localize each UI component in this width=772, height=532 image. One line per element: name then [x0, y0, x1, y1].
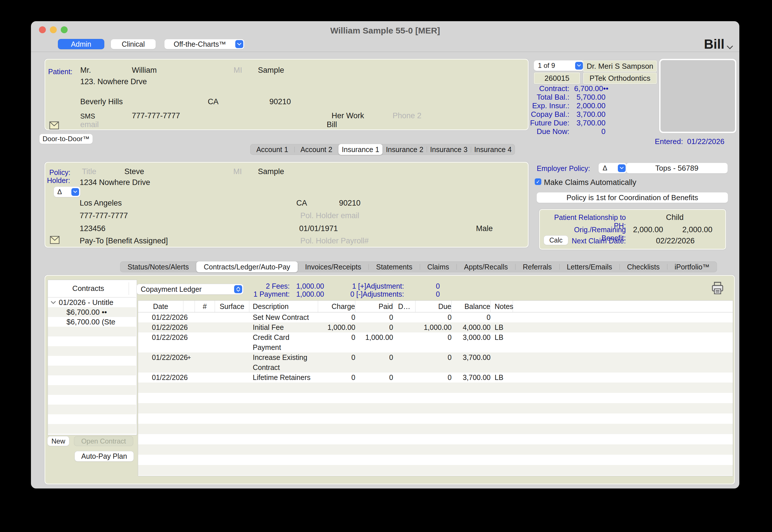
tab-insurance-2[interactable]: Insurance 2 [383, 144, 427, 155]
coordination-of-benefits-button[interactable]: Policy is 1st for Coordination of Benefi… [537, 192, 728, 203]
auto-pay-plan-button[interactable]: Auto-Pay Plan [75, 451, 133, 461]
patient-city-field[interactable]: Beverly Hills [80, 97, 123, 106]
patient-address-field[interactable]: 123. Nowhere Drve [80, 77, 147, 86]
ph-city-field[interactable]: Los Angeles [80, 199, 122, 208]
make-claims-checkbox[interactable]: ✓ [535, 178, 541, 185]
patient-id-field[interactable]: 260015 [534, 72, 580, 84]
user-chevron-down-icon[interactable] [727, 46, 733, 49]
calc-button[interactable]: Calc [544, 236, 568, 245]
ph-address-field[interactable]: 1234 Nowhere Drive [80, 178, 150, 187]
financial-label: Contract: [503, 84, 569, 93]
patient-last-name-field[interactable]: Sample [258, 66, 284, 75]
ph-last-name-field[interactable]: Sample [258, 167, 284, 176]
ph-gender-field[interactable]: Male [476, 224, 493, 233]
ledger-row[interactable]: 01/22/2026 Initial Fee 1,000.00 0 1,000.… [138, 322, 733, 332]
ledger-stat-value: 1,000.00 [292, 290, 324, 298]
ledger-row[interactable]: 01/22/2026 + Increase Existing Contract … [138, 352, 733, 373]
cell-surface [215, 352, 249, 373]
employer-policy-value-field[interactable]: Tops - 56789 [626, 163, 728, 173]
email-envelope-icon[interactable] [50, 236, 60, 244]
tab-referrals[interactable]: Referrals [515, 261, 559, 272]
col-balance[interactable]: Balance [452, 301, 491, 312]
patient-photo-placeholder[interactable] [659, 59, 736, 133]
contract-tree-child[interactable]: $6,700.00 •• [48, 307, 136, 317]
ph-pay-to-field[interactable]: Pay-To [Benefit Assigned] [80, 237, 168, 245]
col-date[interactable]: Date [138, 301, 183, 312]
tab-appts-recalls[interactable]: Appts/Recalls [456, 261, 515, 272]
tab-insurance-3[interactable]: Insurance 3 [427, 144, 471, 155]
patient-state-field[interactable]: CA [208, 97, 219, 106]
tab-claims[interactable]: Claims [420, 261, 456, 272]
tab-letters-emails[interactable]: Letters/Emails [559, 261, 620, 272]
tab-checklists[interactable]: Checklists [620, 261, 667, 272]
ph-mi-field[interactable]: MI [233, 167, 242, 176]
ph-first-name-field[interactable]: Steve [124, 167, 144, 176]
current-user-name[interactable]: Bill [687, 36, 724, 52]
contract-tree-child-label: $6,700.00 (Ste [66, 318, 115, 326]
record-pager-dropdown[interactable]: 1 of 9 [534, 60, 584, 71]
tab-invoices-receipts[interactable]: Invoices/Receipts [298, 261, 369, 272]
tab-contracts-ledger-autopay[interactable]: Contracts/Ledger/Auto-Pay [196, 261, 298, 272]
doctor-button[interactable]: Dr. Meri S Sampson [583, 60, 657, 72]
col-description[interactable]: Description [249, 301, 318, 312]
next-claim-date-value[interactable]: 02/22/2026 [656, 237, 695, 245]
ph-state-field[interactable]: CA [296, 199, 307, 208]
tab-status-notes-alerts[interactable]: Status/Notes/Alerts [120, 261, 196, 272]
ph-title-field[interactable]: Title [82, 167, 96, 176]
patient-zip-field[interactable]: 90210 [269, 97, 291, 106]
off-the-charts-dropdown[interactable]: Off-the-Charts™ [164, 39, 244, 49]
print-icon[interactable] [711, 281, 724, 295]
new-contract-button[interactable]: New [48, 436, 69, 446]
col-paid[interactable]: Paid [355, 301, 393, 312]
benefit-original-value[interactable]: 2,000.00 [632, 225, 663, 234]
col-surface[interactable]: Surface [215, 301, 249, 312]
relationship-value[interactable]: Child [666, 213, 684, 222]
contracts-tree: 01/2026 - Untitle $6,700.00 •• $6,700.00… [48, 297, 136, 434]
cell-paid: 0 [355, 352, 393, 373]
tab-insurance-1[interactable]: Insurance 1 [338, 144, 383, 155]
patient-phone2-field[interactable]: Phone 2 [393, 111, 422, 120]
employer-policy-selector-dropdown[interactable]: Δ [599, 163, 627, 173]
col-charge[interactable]: Charge [318, 301, 355, 312]
policy-holder-panel: Policy: Holder: Δ Title Steve MI Sample … [44, 162, 529, 248]
ph-zip-field[interactable]: 90210 [339, 199, 361, 208]
tab-account-1[interactable]: Account 1 [250, 144, 294, 155]
phone1-type-label[interactable]: Her Work [332, 111, 364, 120]
cell-date: 01/22/2026 [138, 373, 183, 383]
chevron-down-icon[interactable] [51, 301, 56, 304]
patient-mi-field[interactable]: MI [234, 66, 242, 75]
col-d[interactable]: D… [393, 301, 415, 312]
policy-holder-selector-dropdown[interactable]: Δ [54, 187, 80, 197]
col-due[interactable]: Due [415, 301, 452, 312]
ledger-row[interactable]: 01/22/2026 Lifetime Retainers 0 0 0 3,70… [138, 373, 733, 383]
patient-phone-field[interactable]: 777-777-7777 [132, 111, 180, 120]
contract-tree-parent-label: 01/2026 - Untitle [59, 298, 113, 307]
tab-statements[interactable]: Statements [369, 261, 419, 272]
ph-birthdate-field[interactable]: 01/01/1971 [299, 224, 338, 233]
tab-admin[interactable]: Admin [58, 39, 104, 49]
ph-payroll-field[interactable]: Pol. Holder Payroll# [300, 237, 369, 245]
open-contract-button[interactable]: Open Contract [74, 436, 133, 446]
practice-button[interactable]: PTek Orthodontics [583, 72, 657, 84]
col-number[interactable]: # [195, 301, 215, 312]
ledger-row[interactable]: 01/22/2026 Credit Card Payment 0 1,000.0… [138, 332, 733, 352]
tab-insurance-4[interactable]: Insurance 4 [471, 144, 515, 155]
patient-email-field[interactable]: email [80, 120, 99, 129]
col-plus[interactable] [183, 301, 195, 312]
ledger-row[interactable]: 01/22/2026 Set New Contract 0 0 0 0 [138, 312, 733, 322]
contract-tree-parent[interactable]: 01/2026 - Untitle [48, 297, 136, 307]
ph-policy-number-field[interactable]: 123456 [80, 224, 105, 233]
patient-preferred-name-field[interactable]: Bill [327, 120, 337, 129]
col-notes[interactable]: Notes [491, 301, 513, 312]
patient-title-field[interactable]: Mr. [80, 66, 91, 75]
tab-iportfolio[interactable]: iPortfolio™ [667, 261, 717, 272]
tab-clinical[interactable]: Clinical [111, 39, 155, 49]
door-to-door-button[interactable]: Door-to-Door™ [40, 134, 92, 144]
tab-account-2[interactable]: Account 2 [294, 144, 338, 155]
ph-email-field[interactable]: Pol. Holder email [300, 211, 359, 220]
patient-first-name-field[interactable]: William [132, 66, 157, 75]
contract-tree-child[interactable]: $6,700.00 (Ste [48, 317, 136, 327]
ph-phone-field[interactable]: 777-777-7777 [80, 211, 128, 220]
email-envelope-icon[interactable] [49, 121, 59, 129]
benefit-remaining-value[interactable]: 2,000.00 [681, 225, 712, 234]
